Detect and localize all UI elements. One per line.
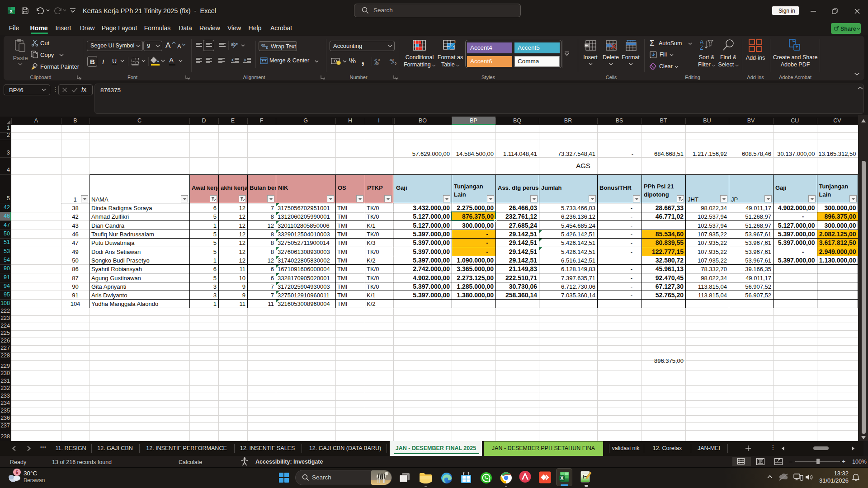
svg-text:.00: .00 (374, 62, 379, 65)
svg-text:.00: .00 (389, 58, 394, 61)
svg-text:A: A (700, 39, 703, 45)
svg-text:X: X (560, 475, 563, 481)
svg-text:Z: Z (700, 45, 703, 51)
svg-text:0: 0 (395, 62, 396, 65)
svg-text:0: 0 (378, 58, 380, 61)
svg-text:x: x (10, 8, 13, 14)
